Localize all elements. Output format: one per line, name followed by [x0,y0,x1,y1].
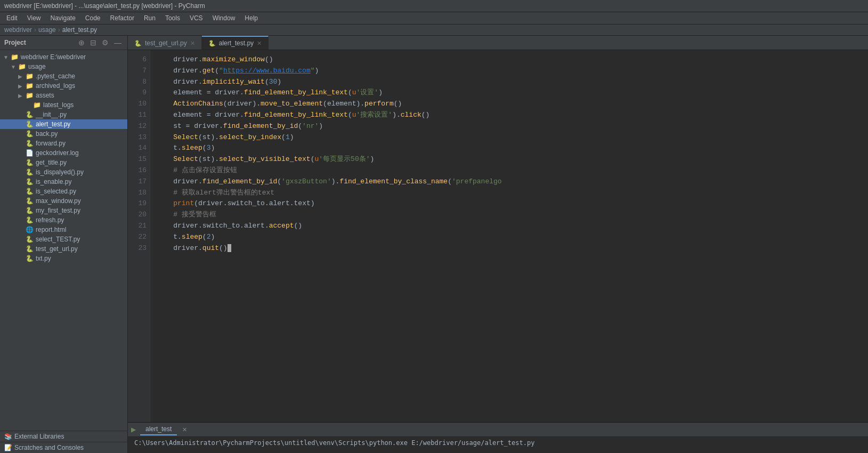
tree-icon-init: 🐍 [26,111,34,118]
tree-label-webdriver: webdriver E:\webdriver [21,53,86,61]
sidebar-item-is_selected[interactable]: 🐍is_selected.py [0,187,127,196]
main-layout: Project ⊕ ⊟ ⚙ — ▼📁webdriver E:\webdriver… [0,36,868,453]
run-panel: ▶ alert_test ✕ C:\Users\Administrator\Py… [128,422,868,453]
tree-icon-alert_test: 🐍 [26,120,34,128]
sidebar-item-init[interactable]: 🐍__init__.py [0,110,127,119]
breadcrumb-usage[interactable]: usage [38,26,56,34]
breadcrumb-file[interactable]: alert_test.py [62,26,97,34]
menu-edit[interactable]: Edit [2,13,22,23]
tab-alert-test-icon: 🐍 [208,40,216,47]
tab-test-get-url-label: test_get_url.py [145,39,187,47]
tree-label-assets: assets [36,92,54,99]
tree-icon-refresh: 🐍 [26,216,34,224]
sidebar-item-alert_test[interactable]: 🐍alert_test.py [0,119,127,129]
sidebar-item-max_window[interactable]: 🐍max_window.py [0,196,127,206]
editor-tabs: 🐍 test_get_url.py ✕ 🐍 alert_test.py ✕ [128,36,868,50]
tab-test-get-url-close[interactable]: ✕ [190,40,195,47]
tab-alert-test-label: alert_test.py [219,39,254,47]
sidebar-item-pytest_cache[interactable]: ▶📁.pytest_cache [0,71,127,81]
editor-area: 🐍 test_get_url.py ✕ 🐍 alert_test.py ✕ 6 … [128,36,868,453]
sidebar-minimize-icon[interactable]: — [112,38,123,47]
sidebar-item-latest_logs[interactable]: 📁latest_logs [0,100,127,110]
run-content: C:\Users\Administrator\PycharmProjects\u… [128,437,868,449]
tree-icon-is_selected: 🐍 [26,188,34,195]
tab-test-get-url[interactable]: 🐍 test_get_url.py ✕ [128,37,202,50]
tree-arrow-assets: ▶ [18,93,26,99]
sidebar-item-my_first_test[interactable]: 🐍my_first_test.py [0,206,127,215]
sidebar-tree: ▼📁webdriver E:\webdriver▼📁usage▶📁.pytest… [0,50,127,431]
sidebar-header: Project ⊕ ⊟ ⚙ — [0,36,127,50]
tree-icon-max_window: 🐍 [26,197,34,205]
tree-label-max_window: max_window.py [36,197,81,205]
run-tab-close[interactable]: ✕ [182,426,187,433]
run-icon: ▶ [131,426,136,433]
sidebar-item-archived_logs[interactable]: ▶📁archived_logs [0,81,127,91]
menu-run[interactable]: Run [140,13,160,23]
line-numbers: 6 7 8 9 10 11 12 13 14 15 16 17 18 19 20… [128,50,150,422]
tree-label-init: __init__.py [36,111,67,118]
tree-icon-get_title: 🐍 [26,159,34,166]
tree-label-txt: txt.py [36,255,51,262]
sidebar-item-webdriver[interactable]: ▼📁webdriver E:\webdriver [0,52,127,62]
tree-icon-is_displayed: 🐍 [26,168,34,176]
menu-vcs[interactable]: VCS [185,13,207,23]
sidebar-item-geckodriver[interactable]: 📄geckodriver.log [0,148,127,158]
tree-label-usage: usage [28,63,46,70]
tree-arrow-usage: ▼ [11,64,18,70]
sidebar-item-usage[interactable]: ▼📁usage [0,62,127,71]
scratches-icon: 📝 [4,444,12,451]
sidebar-collapse-icon[interactable]: ⊟ [88,38,98,47]
sidebar-item-select_TEST[interactable]: 🐍select_TEST.py [0,234,127,244]
sidebar-item-assets[interactable]: ▶📁assets [0,91,127,100]
tree-icon-select_TEST: 🐍 [26,236,34,243]
tab-test-get-url-icon: 🐍 [134,40,142,47]
external-libraries-icon: 📚 [4,433,12,440]
sidebar-scratches-consoles[interactable]: 📝 Scratches and Consoles [0,442,127,453]
sidebar-item-txt[interactable]: 🐍txt.py [0,254,127,263]
tree-label-geckodriver: geckodriver.log [36,149,79,157]
code-editor[interactable]: 6 7 8 9 10 11 12 13 14 15 16 17 18 19 20… [128,50,868,422]
menu-view[interactable]: View [23,13,45,23]
sidebar-item-get_title[interactable]: 🐍get_title.py [0,158,127,167]
tree-label-archived_logs: archived_logs [36,82,75,90]
tab-alert-test-close[interactable]: ✕ [257,40,262,47]
tree-icon-usage: 📁 [18,63,26,70]
tree-arrow-archived_logs: ▶ [18,83,26,89]
sidebar-item-is_enable[interactable]: 🐍is_enable.py [0,177,127,187]
run-panel-header: ▶ alert_test ✕ [128,423,868,437]
run-tab-alert-test[interactable]: alert_test [140,424,177,435]
tree-icon-archived_logs: 📁 [26,82,34,90]
tree-icon-test_get_url: 🐍 [26,245,34,253]
menu-navigate[interactable]: Navigate [46,13,79,23]
menu-window[interactable]: Window [208,13,240,23]
sidebar-item-report[interactable]: 🌐report.html [0,225,127,234]
tree-label-alert_test: alert_test.py [36,120,70,128]
tree-icon-webdriver: 📁 [11,53,19,61]
tree-arrow-webdriver: ▼ [3,54,11,60]
menu-refactor[interactable]: Refactor [106,13,139,23]
menu-help[interactable]: Help [240,13,262,23]
sidebar-item-refresh[interactable]: 🐍refresh.py [0,215,127,225]
tree-label-test_get_url: test_get_url.py [36,245,78,253]
sidebar-item-test_get_url[interactable]: 🐍test_get_url.py [0,244,127,254]
tree-label-get_title: get_title.py [36,159,67,166]
sidebar-external-libraries[interactable]: 📚 External Libraries [0,431,127,442]
tree-icon-forward: 🐍 [26,140,34,147]
tree-arrow-pytest_cache: ▶ [18,74,26,79]
breadcrumb: webdriver › usage › alert_test.py [0,25,868,36]
breadcrumb-webdriver[interactable]: webdriver [4,26,32,34]
title-text: webdriver [E:\webdriver] - ...\usage\ale… [4,2,205,10]
sidebar-item-back[interactable]: 🐍back.py [0,129,127,139]
tree-label-my_first_test: my_first_test.py [36,207,80,214]
sidebar-add-icon[interactable]: ⊕ [77,38,86,47]
sidebar-item-forward[interactable]: 🐍forward.py [0,139,127,148]
sidebar-settings-icon[interactable]: ⚙ [100,38,110,47]
sidebar-item-is_displayed[interactable]: 🐍is_dispalyed().py [0,167,127,177]
menu-tools[interactable]: Tools [161,13,184,23]
tab-alert-test[interactable]: 🐍 alert_test.py ✕ [202,36,269,50]
code-content[interactable]: driver.maximize_window() driver.get("htt… [150,50,868,422]
sidebar: Project ⊕ ⊟ ⚙ — ▼📁webdriver E:\webdriver… [0,36,128,453]
tree-icon-report: 🌐 [26,226,34,233]
tree-icon-txt: 🐍 [26,255,34,262]
menu-code[interactable]: Code [81,13,105,23]
